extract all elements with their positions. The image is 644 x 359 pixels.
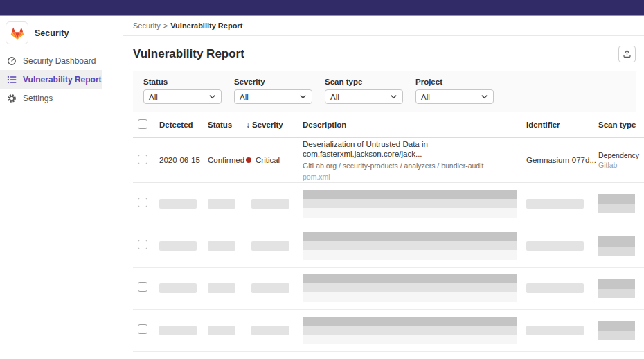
table-header-row: Detected Status ↓Severity Description Id… bbox=[133, 112, 644, 138]
sidebar-item-settings[interactable]: Settings bbox=[0, 89, 102, 107]
scan-type-name: Dependency bbox=[598, 150, 644, 160]
filter-severity-label: Severity bbox=[234, 78, 312, 86]
sidebar-item-label: Settings bbox=[23, 94, 53, 103]
filter-project-label: Project bbox=[415, 78, 494, 86]
severity-select[interactable]: All bbox=[234, 89, 312, 104]
description-cell: Deserialization of Untrusted Data in com… bbox=[303, 139, 526, 181]
project-select-value: All bbox=[421, 93, 430, 101]
status-select[interactable]: All bbox=[143, 89, 222, 104]
filter-panel: Status All Severity All Scan type All bbox=[133, 71, 636, 112]
skeleton-description bbox=[303, 317, 517, 344]
skeleton-bar bbox=[526, 326, 584, 335]
sidebar-brand[interactable]: Security bbox=[0, 16, 102, 51]
export-button[interactable] bbox=[618, 46, 636, 62]
status-select-value: All bbox=[149, 93, 158, 101]
breadcrumb-separator: > bbox=[163, 21, 168, 30]
location-file: pom.xml bbox=[303, 173, 526, 181]
gitlab-logo bbox=[6, 21, 28, 44]
filter-scan-type-label: Scan type bbox=[325, 78, 403, 86]
vulnerability-row[interactable]: 2020-06-15 Confirmed Critical Deserializ… bbox=[133, 138, 644, 183]
column-header-severity[interactable]: ↓Severity bbox=[246, 120, 303, 130]
dashboard-gauge-icon bbox=[7, 56, 17, 66]
gitlab-tanuki-icon bbox=[10, 26, 25, 41]
column-header-detected[interactable]: Detected bbox=[159, 121, 208, 129]
breadcrumb: Security > Vulnerability Report bbox=[123, 16, 644, 36]
column-header-status[interactable]: Status bbox=[208, 121, 246, 129]
severity-label: Critical bbox=[256, 156, 280, 164]
sidebar: Security Security Dashboard Vulnerabilit… bbox=[0, 16, 102, 358]
scan-type-cell: Dependency Gitlab bbox=[598, 150, 644, 170]
skeleton-description bbox=[303, 232, 517, 260]
gear-icon bbox=[7, 94, 17, 103]
export-icon bbox=[623, 49, 632, 58]
table-row-skeleton-partial bbox=[133, 352, 644, 358]
filter-status-label: Status bbox=[143, 78, 222, 86]
project-select[interactable]: All bbox=[415, 89, 494, 104]
row-checkbox bbox=[138, 240, 147, 249]
row-checkbox[interactable] bbox=[138, 155, 147, 164]
column-header-description: Description bbox=[303, 121, 526, 129]
detected-cell: 2020-06-15 bbox=[159, 156, 208, 164]
sidebar-item-vulnerability-report[interactable]: Vulnerability Report bbox=[0, 70, 102, 89]
severity-critical-dot-icon bbox=[246, 157, 251, 163]
main-content: Security > Vulnerability Report Vulnerab… bbox=[102, 16, 644, 358]
filter-severity: Severity All bbox=[234, 78, 312, 104]
sidebar-item-label: Vulnerability Report bbox=[23, 75, 102, 85]
row-checkbox bbox=[138, 324, 147, 334]
filter-project: Project All bbox=[415, 78, 494, 104]
page-header: Vulnerability Report bbox=[123, 36, 644, 71]
chevron-down-icon bbox=[481, 93, 488, 100]
table-row-skeleton bbox=[133, 225, 644, 268]
filter-status: Status All bbox=[143, 78, 222, 104]
skeleton-bar bbox=[208, 199, 235, 209]
page-title: Vulnerability Report bbox=[133, 47, 244, 61]
skeleton-bar bbox=[208, 326, 235, 335]
chevron-down-icon bbox=[390, 93, 397, 100]
bulleted-list-icon bbox=[7, 75, 17, 85]
project-path: GitLab.org / security-products / analyze… bbox=[303, 161, 526, 170]
skeleton-scan-type bbox=[598, 236, 635, 256]
breadcrumb-current: Vulnerability Report bbox=[170, 21, 242, 30]
table-row-skeleton bbox=[133, 183, 644, 225]
vulnerability-title-link[interactable]: Deserialization of Untrusted Data in com… bbox=[303, 139, 526, 159]
row-checkbox bbox=[138, 282, 147, 292]
skeleton-bar bbox=[251, 283, 289, 293]
chevron-down-icon bbox=[299, 93, 307, 100]
skeleton-scan-type bbox=[598, 279, 635, 298]
skeleton-scan-type bbox=[598, 194, 635, 213]
sort-descending-icon: ↓ bbox=[246, 120, 250, 130]
skeleton-bar bbox=[159, 326, 197, 335]
select-all-checkbox[interactable] bbox=[138, 119, 147, 129]
top-bar bbox=[0, 0, 644, 16]
breadcrumb-parent[interactable]: Security bbox=[133, 21, 161, 30]
severity-select-value: All bbox=[240, 93, 249, 101]
table-row-skeleton bbox=[133, 310, 644, 352]
filter-scan-type: Scan type All bbox=[325, 78, 403, 104]
scan-type-select[interactable]: All bbox=[325, 89, 403, 104]
scanner-vendor: Gitlab bbox=[598, 160, 644, 170]
skeleton-bar bbox=[251, 199, 289, 209]
scan-type-select-value: All bbox=[330, 93, 339, 101]
sidebar-item-label: Security Dashboard bbox=[23, 56, 96, 66]
row-checkbox bbox=[138, 198, 147, 207]
skeleton-description bbox=[303, 190, 517, 218]
skeleton-bar bbox=[208, 283, 235, 293]
column-header-scan-type[interactable]: Scan type bbox=[598, 121, 644, 129]
identifier-cell: Gemnasium-077d... bbox=[526, 156, 598, 164]
skeleton-description bbox=[303, 274, 517, 302]
skeleton-bar bbox=[251, 326, 289, 335]
skeleton-bar bbox=[526, 241, 584, 251]
severity-cell: Critical bbox=[246, 156, 303, 164]
skeleton-bar bbox=[208, 241, 235, 251]
skeleton-bar bbox=[526, 199, 584, 209]
skeleton-bar bbox=[159, 283, 197, 293]
skeleton-bar bbox=[159, 241, 197, 251]
skeleton-bar bbox=[251, 241, 289, 251]
sidebar-item-security-dashboard[interactable]: Security Dashboard bbox=[0, 51, 102, 70]
sidebar-brand-label: Security bbox=[35, 28, 69, 38]
skeleton-bar bbox=[159, 199, 197, 209]
vulnerability-table: Detected Status ↓Severity Description Id… bbox=[133, 112, 644, 358]
chevron-down-icon bbox=[208, 93, 216, 100]
column-header-identifier[interactable]: Identifier bbox=[526, 121, 598, 129]
skeleton-scan-type bbox=[598, 321, 635, 340]
